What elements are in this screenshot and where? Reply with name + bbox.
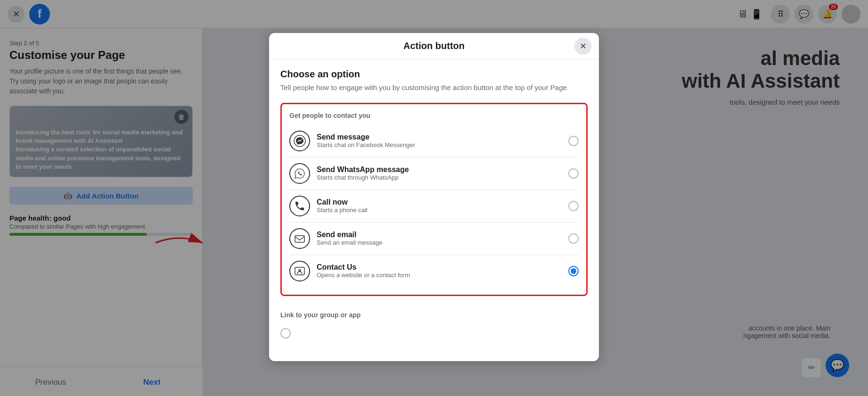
modal-close-button[interactable]: ✕ (574, 38, 591, 55)
phone-option-icon (289, 196, 310, 216)
contact-us-option-icon: ? (289, 261, 310, 281)
modal-title: Action button (403, 41, 465, 51)
send-message-text: Send message Starts chat on Facebook Mes… (317, 133, 568, 148)
option-send-message[interactable]: Send message Starts chat on Facebook Mes… (289, 125, 579, 157)
email-option-icon (289, 228, 310, 249)
contact-us-radio[interactable] (568, 266, 579, 276)
svg-rect-2 (295, 236, 304, 242)
choose-option-title: Choose an option (280, 69, 588, 80)
call-now-radio[interactable] (568, 201, 579, 211)
link-section-label: Link to your group or app (280, 311, 588, 319)
contact-section: Get people to contact you Send message S… (280, 103, 588, 296)
option-contact-us[interactable]: ? Contact Us Opens a website or a contac… (289, 255, 579, 287)
svg-text:?: ? (299, 268, 301, 272)
link-group-radio[interactable] (280, 328, 291, 338)
send-email-text: Send email Send an email message (317, 231, 568, 246)
contact-section-label: Get people to contact you (289, 112, 579, 119)
option-link-group[interactable] (280, 322, 588, 344)
whatsapp-radio[interactable] (568, 168, 579, 179)
option-call-now[interactable]: Call now Starts a phone call (289, 190, 579, 223)
link-section: Link to your group or app (280, 304, 588, 352)
close-icon: ✕ (580, 41, 587, 51)
messenger-option-icon (289, 131, 310, 151)
modal-body: Choose an option Tell people how to enga… (269, 59, 599, 361)
option-send-email[interactable]: Send email Send an email message (289, 223, 579, 255)
send-email-radio[interactable] (568, 233, 579, 244)
action-button-modal: Action button ✕ Choose an option Tell pe… (269, 33, 599, 361)
call-now-text: Call now Starts a phone call (317, 198, 568, 214)
whatsapp-text: Send WhatsApp message Starts chat throug… (317, 165, 568, 181)
modal-overlay: Action button ✕ Choose an option Tell pe… (0, 0, 868, 396)
contact-us-text: Contact Us Opens a website or a contact … (317, 263, 568, 279)
send-message-radio[interactable] (568, 136, 579, 146)
choose-option-description: Tell people how to engage with you by cu… (280, 82, 588, 93)
option-whatsapp[interactable]: Send WhatsApp message Starts chat throug… (289, 157, 579, 190)
whatsapp-option-icon (289, 163, 310, 184)
modal-header: Action button ✕ (269, 33, 599, 59)
